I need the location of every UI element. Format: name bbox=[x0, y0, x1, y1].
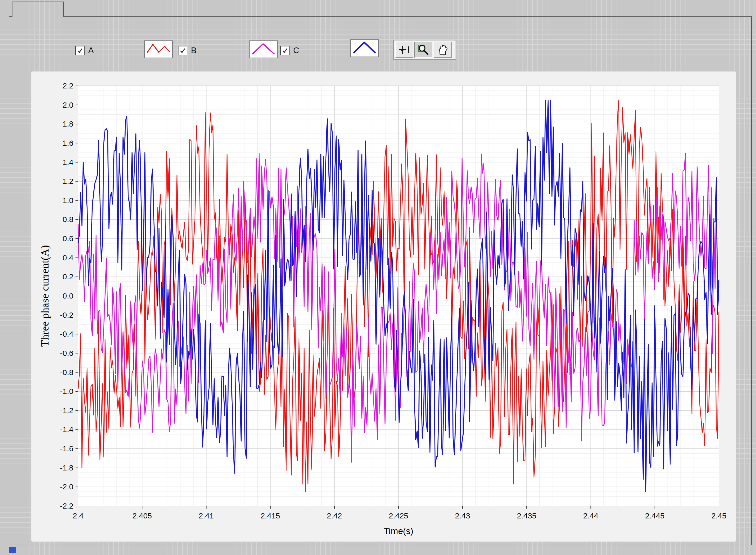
svg-text:2.45: 2.45 bbox=[711, 511, 726, 520]
svg-text:2.2: 2.2 bbox=[62, 81, 74, 90]
svg-text:2.42: 2.42 bbox=[327, 511, 342, 520]
svg-text:-0.6: -0.6 bbox=[60, 349, 74, 357]
series-b-line-sample[interactable] bbox=[249, 40, 278, 58]
svg-text:1.2: 1.2 bbox=[62, 177, 74, 185]
svg-text:-2.0: -2.0 bbox=[60, 482, 74, 491]
cursor-crosshair-icon bbox=[398, 44, 411, 56]
svg-text:2.435: 2.435 bbox=[517, 511, 536, 520]
graph-palette bbox=[393, 40, 456, 60]
series-a-line-sample[interactable] bbox=[144, 40, 173, 58]
svg-text:-2.2: -2.2 bbox=[60, 502, 74, 510]
x-axis-title: Time(s) bbox=[384, 526, 413, 536]
plot-svg[interactable]: 2.22.01.81.61.41.21.00.80.60.40.20.0-0.2… bbox=[31, 72, 736, 542]
series-c-line-sample[interactable] bbox=[350, 39, 379, 57]
svg-text:0.2: 0.2 bbox=[62, 272, 74, 281]
svg-text:-1.2: -1.2 bbox=[60, 406, 74, 415]
svg-text:1.8: 1.8 bbox=[62, 120, 74, 128]
svg-text:2.41: 2.41 bbox=[199, 511, 214, 520]
checkmark-icon bbox=[281, 47, 289, 54]
svg-text:1.6: 1.6 bbox=[62, 139, 74, 147]
svg-text:2.445: 2.445 bbox=[645, 511, 664, 520]
cursor-tool-button[interactable] bbox=[395, 42, 413, 58]
checkmark-icon bbox=[179, 47, 186, 54]
zoom-tool-button[interactable] bbox=[414, 42, 432, 58]
series-c-label: C bbox=[293, 46, 299, 55]
svg-text:-1.0: -1.0 bbox=[60, 387, 74, 395]
bottom-left-accent bbox=[9, 547, 16, 553]
legend-item-c: C bbox=[280, 46, 299, 55]
svg-text:0.4: 0.4 bbox=[62, 253, 74, 262]
svg-text:-0.2: -0.2 bbox=[60, 311, 74, 319]
labview-front-panel: { "window": { "bg_color": "#c7c7c7", "gr… bbox=[0, 0, 756, 555]
series-b-visible-checkbox[interactable] bbox=[178, 46, 187, 55]
front-panel-tab[interactable] bbox=[12, 2, 64, 17]
svg-text:1.4: 1.4 bbox=[62, 158, 74, 167]
series-a-line-icon bbox=[145, 41, 172, 57]
svg-text:1.0: 1.0 bbox=[62, 196, 74, 205]
y-axis-title: Three phase current(A) bbox=[39, 245, 51, 347]
svg-text:2.405: 2.405 bbox=[132, 511, 152, 520]
svg-text:2.425: 2.425 bbox=[389, 511, 408, 520]
svg-text:2.0: 2.0 bbox=[62, 101, 74, 109]
series-b-label: B bbox=[191, 46, 197, 55]
svg-text:-1.6: -1.6 bbox=[60, 444, 74, 453]
checkmark-icon bbox=[76, 47, 84, 54]
legend-item-b: B bbox=[178, 46, 197, 55]
legend-item-a: A bbox=[75, 46, 94, 55]
magnifier-icon bbox=[417, 44, 430, 56]
svg-text:0.6: 0.6 bbox=[62, 234, 74, 243]
series-a-label: A bbox=[88, 46, 94, 55]
svg-text:-1.4: -1.4 bbox=[60, 425, 74, 434]
svg-text:0.8: 0.8 bbox=[62, 215, 74, 223]
svg-text:0.0: 0.0 bbox=[62, 292, 74, 300]
svg-text:2.44: 2.44 bbox=[583, 511, 598, 520]
series-b-line-icon bbox=[250, 41, 277, 57]
pan-tool-button[interactable] bbox=[433, 42, 452, 58]
svg-text:2.415: 2.415 bbox=[260, 511, 280, 520]
waveform-graph-panel: 2.22.01.81.61.41.21.00.80.60.40.20.0-0.2… bbox=[31, 71, 736, 542]
svg-text:-1.8: -1.8 bbox=[60, 463, 74, 472]
series-a-visible-checkbox[interactable] bbox=[75, 46, 85, 55]
svg-text:2.4: 2.4 bbox=[73, 511, 84, 520]
series-c-line-icon bbox=[351, 40, 378, 56]
svg-text:-0.8: -0.8 bbox=[60, 368, 74, 377]
svg-text:2.43: 2.43 bbox=[455, 511, 470, 520]
pan-hand-icon bbox=[436, 44, 449, 56]
series-c-visible-checkbox[interactable] bbox=[280, 46, 290, 55]
svg-text:-0.4: -0.4 bbox=[60, 330, 74, 338]
